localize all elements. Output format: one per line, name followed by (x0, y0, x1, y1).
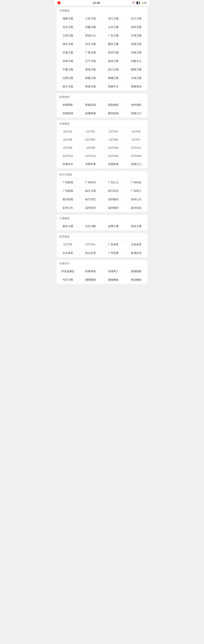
channel-cell[interactable]: 湖北卫视 (57, 40, 79, 48)
channel-cell[interactable]: CCTV5 (57, 240, 79, 249)
channel-cell[interactable]: 浙江卫视 (102, 14, 125, 23)
channel-cell[interactable]: 深圳卫视 (125, 23, 148, 32)
channel-cell[interactable]: CCTV15 (125, 152, 148, 160)
channel-cell[interactable]: 深圳公共 (125, 195, 148, 204)
channel-cell[interactable]: 吉林卫视 (57, 57, 79, 66)
channel-cell[interactable]: CCTV5+ (79, 136, 102, 144)
channel-cell[interactable]: CCTV12 (57, 152, 79, 160)
channel-cell[interactable]: 云南卫视 (125, 74, 148, 82)
channel-cell[interactable]: 嘉兴综合 (125, 204, 148, 212)
channel-cell[interactable]: 江西卫视 (57, 32, 79, 40)
channel-cell[interactable]: 央视音乐 (57, 160, 79, 168)
channel-cell[interactable]: 广州新闻 (57, 178, 79, 187)
channel-cell[interactable]: 四川卫视 (102, 66, 125, 74)
channel-cell[interactable]: 金华公共 (57, 204, 79, 212)
channel-cell[interactable]: 炫动卡通 (125, 222, 148, 230)
channel-cell[interactable]: 央视少儿 (125, 160, 148, 168)
channel-cell[interactable]: 陕西卫视 (125, 66, 148, 74)
channel-cell[interactable]: 欧洲足球 (125, 249, 148, 257)
channel-cell[interactable]: 山东卫视 (102, 23, 125, 32)
channel-cell[interactable]: 广州综合 (125, 178, 148, 187)
channel-cell[interactable]: CCTV8 (57, 144, 79, 152)
channel-cell[interactable]: 宁夏卫视 (57, 66, 79, 74)
channel-cell[interactable]: 河北卫视 (79, 40, 102, 48)
channel-cell[interactable]: 天津卫视 (125, 32, 148, 40)
channel-cell[interactable]: 新疆卫视 (79, 74, 102, 82)
channel-cell[interactable]: 经典剧场 (57, 109, 79, 118)
channel-cell[interactable]: 湖南卫视 (57, 14, 79, 23)
channel-cell[interactable]: 广东珠江 (125, 187, 148, 195)
channel-cell[interactable]: 重庆卫视 (102, 40, 125, 48)
channel-cell[interactable]: 旅游卫视 (102, 57, 125, 66)
channel-cell[interactable]: 风云足球 (79, 249, 102, 257)
channel-cell[interactable]: 深圳都市 (102, 195, 125, 204)
channel-cell[interactable]: 家庭剧场 (79, 101, 102, 109)
channel-cell[interactable]: 山西卫视 (57, 74, 79, 82)
channel-cell[interactable]: CCTV7 (125, 136, 148, 144)
channel-cell[interactable]: 北京卡酷 (79, 222, 102, 230)
channel-cell[interactable]: 河南卫视 (125, 48, 148, 57)
channel-cell[interactable]: 南方卫视 (79, 187, 102, 195)
channel-cell[interactable]: 激情舞曲 (102, 276, 125, 284)
channel-cell[interactable]: 香港卫视 (79, 82, 102, 91)
channel-cell[interactable]: 热播电视 (79, 109, 102, 118)
channel-cell[interactable]: 甘肃卫视 (57, 48, 79, 57)
channel-cell[interactable]: 凤凰资讯 (125, 82, 148, 91)
channel-cell[interactable]: CCTV14 (102, 152, 125, 160)
channel-cell[interactable]: 温州都市 (102, 204, 125, 212)
channel-cell[interactable]: 央视新闻 (102, 160, 125, 168)
channel-cell[interactable]: 广东卫视 (102, 32, 125, 40)
channel-cell[interactable]: 广州竞赛 (102, 249, 125, 257)
channel-cell[interactable]: 华龙直播盒 (57, 267, 79, 276)
channel-cell[interactable]: 经典大片 (125, 109, 148, 118)
channel-cell[interactable]: 金鹰卡通 (102, 222, 125, 230)
channel-cell[interactable]: 五星体育 (125, 240, 148, 249)
channel-cell[interactable]: CCTV4 (125, 128, 148, 136)
channel-cell[interactable]: 嘉佳卡通 (57, 222, 79, 230)
channel-cell[interactable]: 北京体育 (57, 249, 79, 257)
channel-cell[interactable]: CCTV9 (79, 144, 102, 152)
channel-cell[interactable]: 辽宁卫视 (79, 57, 102, 66)
channel-cell[interactable]: 动作电影 (125, 101, 148, 109)
channel-cell[interactable]: 东方卫视 (125, 14, 148, 23)
channel-cell[interactable]: 南方影视 (57, 195, 79, 204)
channel-cell[interactable]: 内蒙古台 (125, 57, 148, 66)
channel-cell[interactable]: 南方卫视 (57, 82, 79, 91)
channel-cell[interactable]: CCTV5+ (79, 240, 102, 249)
channel-cell[interactable]: 青海卫视 (79, 66, 102, 74)
channel-cell[interactable]: CCTV13 (79, 152, 102, 160)
channel-cell[interactable]: 北京卫视 (57, 23, 79, 32)
channel-cell[interactable]: CCTV10 (102, 144, 125, 152)
channel-cell[interactable]: 发烧慢摇 (125, 267, 148, 276)
channel-cell[interactable]: CCTV2 (79, 128, 102, 136)
channel-cell[interactable]: CCTV11 (125, 144, 148, 152)
channel-cell[interactable]: 酒吧慢摇 (79, 276, 102, 284)
channel-cell[interactable]: 广州少儿 (102, 178, 125, 187)
channel-cell[interactable]: 经典串烧 (79, 267, 102, 276)
channel-cell[interactable]: CCTV3 (102, 128, 125, 136)
channel-cell[interactable]: 南方综艺 (79, 195, 102, 204)
channel-cell[interactable]: 广东新闻 (57, 187, 79, 195)
channel-cell[interactable]: 汽车大碟 (57, 276, 79, 284)
channel-cell[interactable]: 西藏卫视 (102, 74, 125, 82)
channel-cell[interactable]: 喜剧电影 (102, 101, 125, 109)
channel-cell[interactable]: 央视电影 (57, 101, 79, 109)
channel-cell[interactable]: 温州经济 (79, 204, 102, 212)
channel-cell[interactable]: 伤感男人 (102, 267, 125, 276)
channel-cell[interactable]: 广东体育 (102, 240, 125, 249)
channel-cell[interactable]: 广州经济 (79, 178, 102, 187)
channel-cell[interactable]: CCTV6 (102, 136, 125, 144)
channel-cell[interactable]: 都市剧场 (102, 109, 125, 118)
channel-cell[interactable]: CCTV1 (57, 128, 79, 136)
channel-cell[interactable]: 南方经济 (102, 187, 125, 195)
channel-cell[interactable]: 黑龙江台 (79, 32, 102, 40)
channel-cell[interactable]: 贵州卫视 (102, 48, 125, 57)
channel-cell[interactable]: 央视军事 (79, 160, 102, 168)
channel-cell[interactable]: 电音舞曲 (125, 276, 148, 284)
channel-cell[interactable]: 安徽卫视 (79, 23, 102, 32)
channel-cell[interactable]: 凤凰中文 (102, 82, 125, 91)
channel-cell[interactable]: 江苏卫视 (79, 14, 102, 23)
channel-cell[interactable]: CCTV5 (57, 136, 79, 144)
channel-cell[interactable]: 广西卫视 (79, 48, 102, 57)
channel-cell[interactable]: 东南卫视 (125, 40, 148, 48)
